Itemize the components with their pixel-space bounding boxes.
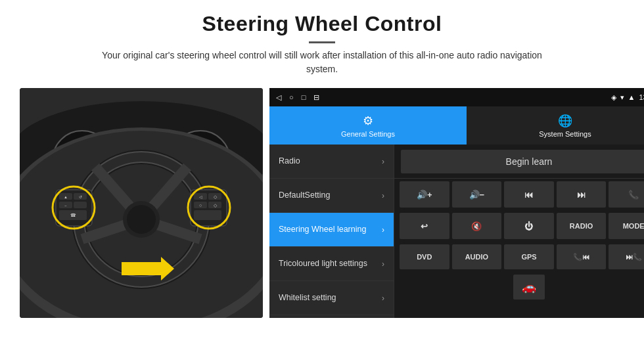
top-tabs: ⚙ General Settings 🌐 System Settings	[269, 106, 644, 145]
tab-system[interactable]: 🌐 System Settings	[467, 106, 644, 145]
gps-label: GPS	[521, 253, 536, 261]
dvd-label: DVD	[417, 253, 432, 261]
status-bar-nav: ◁ ○ □ ⊟	[276, 93, 319, 102]
vol-down-icon: 🔊−	[469, 190, 485, 200]
header-divider	[309, 41, 335, 43]
vol-down-button[interactable]: 🔊−	[452, 181, 502, 208]
call-prev-button[interactable]: 📞⏮	[557, 244, 607, 269]
mute-button[interactable]: 🔇	[452, 213, 502, 239]
svg-text:◁: ◁	[199, 195, 202, 199]
controls-row3: DVD AUDIO GPS 📞⏮ ⏭📞	[394, 242, 644, 272]
location-icon: ◈	[611, 93, 616, 102]
prev-track-icon: ⏮	[524, 190, 533, 200]
whitelist-icon: 🚗	[522, 280, 536, 294]
page-header: Steering Wheel Control Your original car…	[0, 0, 644, 83]
tab-general-label: General Settings	[341, 130, 395, 138]
audio-button[interactable]: AUDIO	[452, 244, 502, 269]
call-prev-icon: 📞⏮	[573, 253, 589, 261]
controls-row2: ↩ 🔇 ⏻ RADIO MODE	[394, 210, 644, 242]
menu-item-whitelist[interactable]: Whitelist setting ›	[269, 281, 394, 315]
controls-area: Begin learn 🔊+ 🔊− ⏮ ⏭	[394, 145, 644, 318]
hangup-button[interactable]: ↩	[400, 213, 449, 239]
svg-point-17	[127, 205, 156, 234]
status-bar: ◁ ○ □ ⊟ ◈ ▾ ▲ 13:13	[269, 88, 644, 106]
mode-button[interactable]: MODE	[609, 213, 644, 239]
tab-general[interactable]: ⚙ General Settings	[269, 106, 467, 145]
gear-icon: ⚙	[363, 114, 373, 128]
header-subtitle: Your original car's steering wheel contr…	[99, 49, 545, 76]
next-track-button[interactable]: ⏭	[557, 181, 607, 208]
gps-button[interactable]: GPS	[504, 244, 554, 269]
head-unit: ◁ ○ □ ⊟ ◈ ▾ ▲ 13:13 ⚙ General Settings 🌐…	[269, 88, 644, 318]
controls-row1: 🔊+ 🔊− ⏮ ⏭ 📞	[394, 179, 644, 210]
tab-system-label: System Settings	[539, 130, 591, 138]
vol-up-button[interactable]: 🔊+	[400, 181, 449, 208]
globe-icon: 🌐	[558, 114, 572, 128]
back-icon[interactable]: ◁	[276, 93, 281, 102]
svg-text:−: −	[64, 204, 67, 208]
chevron-icon: ›	[382, 225, 384, 235]
status-bar-info: ◈ ▾ ▲ 13:13	[611, 93, 644, 102]
prev-track-button[interactable]: ⏮	[504, 181, 554, 208]
clock: 13:13	[639, 93, 644, 101]
svg-rect-24	[74, 202, 87, 208]
call-next-button[interactable]: ⏭📞	[609, 244, 644, 269]
whitelist-row: 🚗	[394, 272, 644, 302]
mode-label: MODE	[623, 222, 644, 230]
power-icon: ⏻	[524, 221, 533, 231]
mute-icon: 🔇	[471, 221, 482, 231]
chevron-icon: ›	[382, 191, 384, 200]
chevron-icon: ›	[382, 259, 384, 269]
menu-list: Radio › DefaultSetting › Steering Wheel …	[269, 145, 394, 318]
chevron-icon: ›	[382, 294, 384, 303]
wifi-icon: ▾	[620, 93, 624, 102]
svg-text:▲: ▲	[64, 195, 68, 199]
whitelist-icon-box: 🚗	[513, 275, 545, 300]
audio-label: AUDIO	[465, 253, 488, 261]
main-area: Radio › DefaultSetting › Steering Wheel …	[269, 145, 644, 318]
call-next-icon: ⏭📞	[626, 253, 642, 261]
recent-icon[interactable]: □	[302, 93, 306, 101]
svg-text:○: ○	[199, 203, 202, 208]
menu-item-tricoloured[interactable]: Tricoloured light settings ›	[269, 247, 394, 281]
svg-text:↺: ↺	[79, 195, 82, 199]
vol-up-icon: 🔊+	[417, 190, 432, 200]
svg-text:☎: ☎	[70, 213, 76, 217]
next-track-icon: ⏭	[577, 190, 586, 200]
call-button[interactable]: 📞	[609, 181, 644, 208]
menu-item-defaultsetting[interactable]: DefaultSetting ›	[269, 179, 394, 213]
radio-button[interactable]: RADIO	[557, 213, 607, 239]
menu-item-radio[interactable]: Radio ›	[269, 145, 394, 179]
home-icon[interactable]: ○	[289, 93, 294, 101]
phone-icon: 📞	[628, 190, 639, 200]
page-title: Steering Wheel Control	[39, 12, 605, 36]
begin-learn-row: Begin learn	[394, 145, 644, 179]
menu-icon[interactable]: ⊟	[313, 93, 319, 102]
radio-label: RADIO	[570, 222, 593, 230]
svg-rect-37	[194, 210, 221, 220]
begin-learn-button[interactable]: Begin learn	[401, 150, 644, 173]
menu-item-steering-wheel[interactable]: Steering Wheel learning ›	[269, 213, 394, 247]
hangup-icon: ↩	[421, 221, 428, 231]
power-button[interactable]: ⏻	[504, 213, 554, 239]
content-area: 120 km/h ▲	[0, 83, 644, 326]
dvd-button[interactable]: DVD	[400, 244, 449, 269]
chevron-icon: ›	[382, 157, 384, 166]
steering-wheel-image: 120 km/h ▲	[20, 88, 263, 318]
signal-icon: ▲	[628, 93, 635, 101]
